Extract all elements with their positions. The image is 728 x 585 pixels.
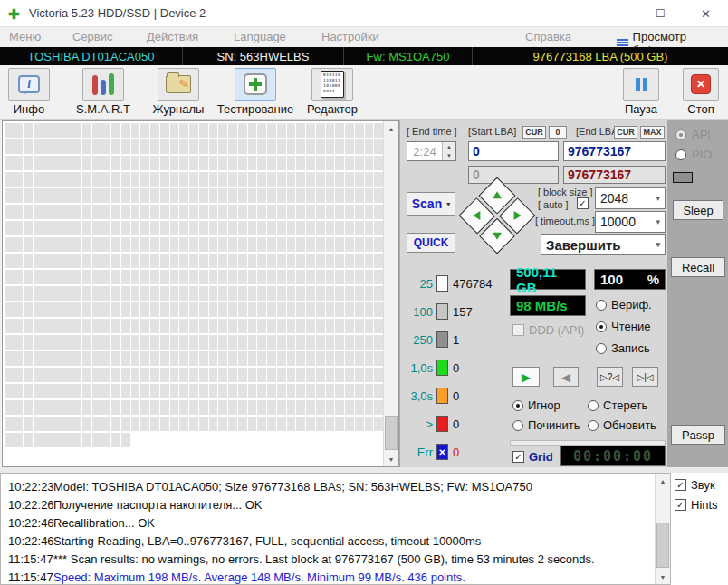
log-entry: 11:15:47 Speed: Maximum 198 MB/s. Averag… [1,570,644,585]
size-display: 500,11 GB [510,269,586,290]
menu-item-menu[interactable]: Меню [9,30,41,43]
sleep-button[interactable]: Sleep [673,200,723,220]
sound-checkbox[interactable]: ✓ Звук [675,478,715,492]
drive-serial: SN: 563HWELBS [183,47,344,65]
start-test-button[interactable]: ▶ [512,367,540,387]
smart-tab[interactable]: S.M.A.R.T [65,68,141,116]
latency-row: 3,0s 0 [404,384,512,408]
mode-write-radio[interactable]: Запись [596,341,650,355]
log-entry: 10:22:46 Recallibration... OK [1,515,644,532]
end-lba-max-button[interactable]: MAX [640,126,665,139]
log-scroll-up-icon[interactable]: ▲ [656,474,670,488]
auto-checkbox[interactable]: ✓ [577,197,589,209]
start-lba-secondary: 0 [468,166,559,184]
editor-tab-label: Редактор [307,102,358,116]
reverse-button[interactable]: ◀ [553,367,579,387]
spinner-down-icon[interactable]: ▼ [443,151,455,160]
action-ignore-radio[interactable]: Игнор [512,398,560,412]
radio-icon [512,420,523,431]
action-erase-radio[interactable]: Стереть [588,398,647,412]
recall-button[interactable]: Recall [671,257,725,277]
smart-icon [92,73,114,95]
minimize-button[interactable]: — [597,0,637,27]
end-action-select[interactable]: Завершить▾ [541,234,666,255]
info-icon: i [18,75,40,93]
info-tab[interactable]: i Инфо [4,68,54,116]
chevron-down-icon: ▾ [656,217,660,226]
spinner-up-icon[interactable]: ▲ [443,142,455,151]
block-size-select[interactable]: 2048▾ [595,187,666,209]
end-lba-input[interactable]: 976773167 [563,141,666,161]
error-block-icon: ✕ [436,444,448,460]
maximize-button[interactable]: ☐ [640,0,681,27]
hints-checkbox[interactable]: ✓ Hints [675,498,718,512]
drive-capacity: 976773168 LBA (500 GB) [473,47,728,65]
editor-tab[interactable]: 010110 110011 101000 0001 Редактор [299,68,366,116]
start-lba-label: [Start LBA] [468,126,516,137]
menu-item-service[interactable]: Сервис [72,30,113,43]
action-refresh-radio[interactable]: Обновить [588,418,656,432]
menu-item-help[interactable]: Справка [525,30,571,43]
scan-button[interactable]: Scan ▾ [407,192,455,216]
end-time-spinner[interactable]: 2:24 ▲▼ [407,141,456,161]
seek-edge-button[interactable]: ▷|◁ [632,367,658,387]
radio-icon [596,300,607,311]
passp-button[interactable]: Passp [671,425,725,445]
menu-item-language[interactable]: Language [234,30,286,43]
log-scrollbar[interactable]: ▲ ▼ [655,474,670,584]
window-title: Victoria 5.23 HDD/SSD | Device 2 [29,6,206,20]
start-lba-zero-button[interactable]: 0 [549,126,567,139]
log-scroll-down-icon[interactable]: ▼ [656,570,670,584]
ddd-api-checkbox[interactable]: DDD (API) [512,323,584,337]
mode-verify-radio[interactable]: Вериф. [596,298,652,312]
latency-row-errors: Err ✕ 0 [404,440,512,464]
latency-row: 250 1 [404,328,512,351]
end-lba-cur-button[interactable]: CUR [614,126,637,139]
app-icon: ✚ [8,6,20,23]
quick-button[interactable]: QUICK [407,233,455,253]
menu-item-actions[interactable]: Действия [147,30,198,43]
checkbox-icon [512,324,524,336]
log-entry: 10:22:23 Model: TOSHIBA DT01ACA050; Size… [1,479,644,495]
block-size-label: [ block size ] [538,187,593,197]
grid-checkbox[interactable]: ✓ Grid [512,450,553,464]
toolbar: i Инфо S.M.A.R.T ✎ Журналы Тестирование … [0,65,728,120]
timeout-label: [ timeout,ms ] [535,216,595,226]
stop-icon: ✕ [691,74,711,94]
start-lba-input[interactable]: 0 [468,141,559,161]
map-scrollbar[interactable]: ▲ ▼ [383,121,398,466]
latency-block-icon [436,388,448,404]
auto-label: [ auto ] [538,199,569,210]
log-scrollbar-thumb[interactable] [656,523,669,568]
log-options: ✓ Звук ✓ Hints [671,473,728,585]
logs-tab[interactable]: ✎ Журналы [145,68,212,116]
reverse-icon: ◀ [561,370,570,384]
action-remap-radio[interactable]: Починить [512,418,580,432]
seek-error-button[interactable]: ▷?◁ [597,367,623,387]
latency-block-icon [436,275,448,292]
close-button[interactable]: ✕ [685,0,726,27]
map-scroll-up-icon[interactable]: ▲ [384,121,398,136]
chevron-down-icon: ▾ [656,194,660,203]
map-scrollbar-thumb[interactable] [385,416,398,450]
api-radio[interactable]: API [675,128,711,141]
percent-display: 100 % [594,269,666,290]
radio-icon [512,400,523,411]
end-lba-secondary: 976773167 [563,166,666,184]
log-entry: 10:22:46 Starting Reading, LBA=0..976773… [1,533,644,550]
latency-block-icon [436,331,448,348]
pause-icon [636,78,647,91]
menu-item-settings[interactable]: Настройки [321,30,379,43]
map-scroll-down-icon[interactable]: ▼ [384,452,398,466]
test-tab[interactable]: Тестирование [216,68,295,116]
pause-button[interactable]: Пауза [618,68,665,116]
pio-radio[interactable]: PIO [675,148,712,161]
play-icon: ▶ [522,370,531,384]
checkbox-icon: ✓ [512,451,524,463]
timeout-select[interactable]: 10000▾ [595,211,666,233]
mode-read-radio[interactable]: Чтение [596,320,650,333]
stop-button[interactable]: ✕ Стоп [677,68,724,116]
scan-dropdown-icon: ▾ [446,200,450,208]
radio-icon [596,321,607,332]
start-lba-cur-button[interactable]: CUR [522,126,546,139]
